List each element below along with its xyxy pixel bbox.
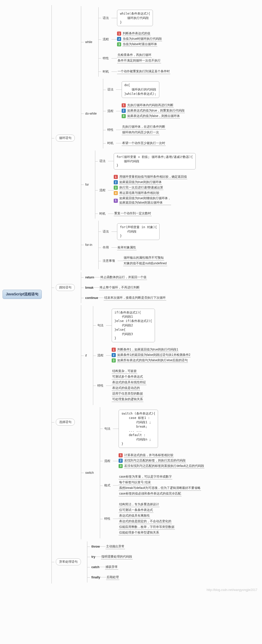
try-text: 指明需要处理的代码段 bbox=[101, 554, 133, 559]
step-badge-2: 2 bbox=[114, 180, 118, 184]
if-trait-4: 表达式的值是动态的 bbox=[112, 386, 140, 391]
switch-format-3: 虽然break与default为可选项，但为了逻辑清晰最好不要省略 bbox=[119, 486, 201, 491]
switch-trait-5: 仅能应用整数，枚举，字符串等类型数据 bbox=[119, 525, 175, 530]
for-syntax-code: for(循环变量 = 初值; 循环条件;递增/递减计数器){ 循环代码段 } bbox=[114, 153, 196, 169]
step-badge-1: 1 bbox=[112, 348, 116, 352]
for-syntax-label: 语法 bbox=[99, 159, 106, 163]
step-badge-1: 1 bbox=[122, 103, 126, 107]
dowhile-trait-2: 循环体内代码至少执行一次 bbox=[122, 130, 160, 135]
switch-step-2: 若找到与之匹配的标签，则执行其后的代码段 bbox=[124, 458, 186, 463]
for-step-5: 如果返回值为true则继续执行循环体， 如果返回值为false则退出循环体 bbox=[119, 196, 171, 205]
if-trait-1: 结构复杂，可嵌套 bbox=[112, 369, 137, 374]
mindmap-root: JavaScript流程语句 循环语句 while 语法 while(条件表达式… bbox=[3, 5, 259, 583]
step-badge-3: 3 bbox=[114, 186, 118, 190]
switch-trait-label: 特性 bbox=[104, 517, 110, 521]
dowhile-process-label: 流程 bbox=[107, 109, 113, 113]
forin-syntax-code: for(声明变量 in 对象){ 代码段 } bbox=[117, 223, 160, 240]
forin-note-2: 对象的值不能是null或undefined bbox=[123, 261, 167, 266]
if-step-2: 如果条件1的返回值为false则跳过语句块1并检测条件2 bbox=[117, 353, 191, 357]
for-step-2: 如果返回值为true则执行循环体 bbox=[119, 180, 162, 185]
while-step-2: 当值为true时循环执行代码段 bbox=[122, 37, 162, 41]
dowhile-trait-1: 先执行循环体，在进行条件判断 bbox=[122, 124, 166, 129]
root-node: JavaScript流程语句 bbox=[3, 290, 42, 299]
dowhile-syntax-code: do{ 循环执行的代码段 }while(条件表达式); bbox=[122, 81, 159, 98]
if-trait-label: 特性 bbox=[97, 384, 103, 388]
step-badge-3: 3 bbox=[112, 358, 116, 363]
for-step-3: 执行完一次后进行递增/递减运算 bbox=[119, 185, 163, 190]
try-node: try bbox=[91, 555, 95, 559]
forin-syntax-label: 语法 bbox=[103, 229, 109, 234]
step-badge-2: 2 bbox=[112, 353, 116, 357]
for-process-label: 流程 bbox=[99, 188, 106, 193]
dowhile-step-1: 先执行循环体内代码段再进行判断 bbox=[127, 103, 174, 108]
switch-process-label: 流程 bbox=[104, 459, 110, 463]
if-trait-3: 表达式的值具有线性特征 bbox=[112, 380, 146, 385]
switch-trait-3: 表达式的值具有离散性 bbox=[119, 513, 150, 518]
switch-syntax-code: switch (条件表达式){ case 标签1 : 代码段1 ; break;… bbox=[119, 410, 158, 448]
switch-trait-4: 表达式的值是固定的，不会动态变化的 bbox=[119, 519, 172, 524]
step-badge-1: 1 bbox=[114, 175, 118, 179]
jump-node: 跳转语句 bbox=[56, 284, 75, 291]
switch-syntax-label: 句法 bbox=[104, 427, 110, 431]
forin-note-label: 注意事项 bbox=[103, 259, 115, 263]
for-when-label: 时机 bbox=[99, 212, 106, 216]
return-text: 终止函数体的运行，并返回一个值 bbox=[100, 275, 147, 280]
switch-format-4: case标签的值必须和条件表达式的值完全匹配 bbox=[119, 491, 181, 496]
dowhile-step-2: 如果表达式的值为true，则重复执行代码段 bbox=[127, 108, 185, 113]
step-badge-1: 1 bbox=[117, 32, 121, 36]
if-syntax-label: 句法 bbox=[97, 323, 103, 328]
break-node: break bbox=[85, 285, 93, 290]
switch-step-3: 若没有找到与之匹配的标签则直接执行default之后的代码段 bbox=[124, 464, 204, 468]
while-trait-label: 特性 bbox=[103, 56, 109, 61]
exception-node: 异常处理语句 bbox=[56, 558, 81, 565]
while-trait-2: 条件不满足则循环一次也不执行 bbox=[117, 58, 161, 63]
continue-node: continue bbox=[85, 296, 98, 300]
while-syntax-code: while(条件表达式){ 循环执行代码段 } bbox=[117, 10, 153, 26]
forin-note-1: 循环输出的属性顺序不可预知 bbox=[123, 255, 164, 260]
dowhile-node: do-while bbox=[85, 111, 97, 116]
catch-node: catch bbox=[91, 565, 99, 569]
switch-trait-2: 仅可测试一条条件表达式 bbox=[119, 508, 153, 513]
if-trait-6: 可处理复杂的逻辑关系 bbox=[112, 397, 143, 402]
if-process-label: 流程 bbox=[97, 353, 103, 358]
select-node: 选择语句 bbox=[56, 419, 75, 426]
switch-format-label: 格式 bbox=[104, 483, 110, 488]
for-step-4: 将运算结果与循环条件相比较 bbox=[119, 191, 160, 195]
switch-trait-6: 仅能处理多个枚举型逻辑关系 bbox=[119, 530, 160, 535]
throw-text: 主动抛出异常 bbox=[106, 544, 125, 549]
switch-trait-1: 结构简洁，专为多重选择设计 bbox=[119, 502, 160, 507]
for-step-1: 用循环变量初始值与循环条件相比较，确定返回值 bbox=[119, 175, 187, 179]
if-trait-2: 可测试多个条件表达式 bbox=[112, 374, 143, 379]
dowhile-syntax-label: 语法 bbox=[107, 87, 113, 92]
switch-format-1: case标签为常量，可以是字符串或数字 bbox=[119, 474, 172, 479]
dowhile-step-3: 如果表达式的值为false，则推出循环体 bbox=[127, 114, 180, 118]
dowhile-when-label: 时机 bbox=[107, 141, 113, 145]
step-badge-3: 3 bbox=[119, 464, 123, 468]
while-node: while bbox=[85, 40, 92, 44]
while-trait-1: 先检查条件，再执行循环 bbox=[117, 53, 152, 58]
if-step-3: 如果所有表达式的值均为false则执行else后面的语句 bbox=[117, 358, 188, 363]
if-syntax-code: if(条件表达式1){ 代码段1 }else if(条件表达式2){ 代码段2 … bbox=[112, 309, 155, 343]
switch-format-2: 每个标签均以冒号:结束 bbox=[119, 480, 151, 485]
step-badge-4: 4 bbox=[114, 191, 118, 195]
if-step-1: 判断条件1，如果返回值为true则执行代码段1 bbox=[117, 347, 179, 352]
step-badge-2: 2 bbox=[119, 459, 123, 463]
return-node: return bbox=[85, 275, 94, 280]
step-badge-3: 3 bbox=[122, 114, 126, 118]
if-node: if bbox=[85, 353, 87, 358]
if-trait-5: 适用于任意类型的数据 bbox=[112, 391, 143, 396]
finally-node: finally bbox=[91, 575, 100, 580]
while-syntax-label: 语法 bbox=[103, 16, 109, 20]
forin-use: 枚举对象属性 bbox=[117, 245, 137, 250]
for-node: for bbox=[85, 182, 89, 187]
throw-node: throw bbox=[91, 544, 100, 549]
finally-text: 后期处理 bbox=[106, 575, 119, 580]
dowhile-when: 希望一个动作至少被执行一次时 bbox=[122, 141, 166, 146]
while-when: 一个动作被重复执行到满足某个条件时 bbox=[117, 69, 170, 74]
for-when: 重复一个动作到一定次数时 bbox=[114, 211, 152, 216]
while-step-3: 当值为false时退出循环体 bbox=[122, 42, 157, 47]
loop-node: 循环语句 bbox=[56, 135, 75, 142]
step-badge-2: 2 bbox=[122, 109, 126, 113]
switch-node: switch bbox=[85, 470, 94, 475]
continue-text: 结束本次循环，接着去判断是否执行下次循环 bbox=[104, 295, 166, 300]
